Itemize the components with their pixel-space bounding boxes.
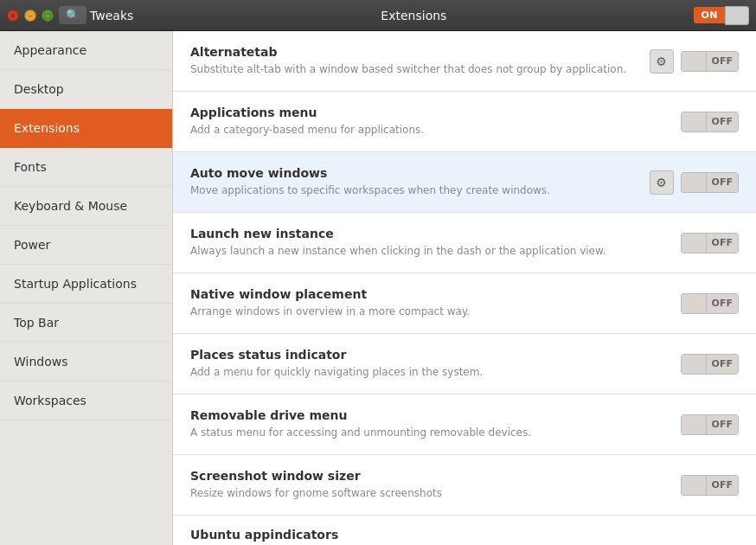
gear-button-alternatetab[interactable]: ⚙ xyxy=(650,49,674,74)
ext-name-ubuntu-appindicators: Ubuntu appindicators xyxy=(190,528,739,542)
toggle-alternatetab[interactable]: OFF xyxy=(681,51,739,72)
ext-controls-alternatetab: ⚙ OFF xyxy=(650,49,739,74)
toggle-off-label-applications-menu: OFF xyxy=(706,112,738,132)
ext-controls-places-status-indicator: OFF xyxy=(681,354,739,375)
search-icon: 🔍 xyxy=(66,9,80,22)
extension-auto-move-windows: Auto move windows Move applications to s… xyxy=(173,152,756,213)
window-title: Extensions xyxy=(133,9,694,22)
ext-name-screenshot-window-sizer: Screenshot window sizer xyxy=(190,469,681,483)
ext-desc-native-window-placement: Arrange windows in overview in a more co… xyxy=(190,305,681,319)
ext-name-applications-menu: Applications menu xyxy=(190,106,681,119)
extension-launch-new-instance: Launch new instance Always launch a new … xyxy=(173,213,756,273)
toggle-track-native-window-placement xyxy=(682,293,706,314)
minimize-button[interactable]: – xyxy=(24,10,36,22)
toggle-off-label-native-window-placement: OFF xyxy=(706,293,738,314)
ext-controls-removable-drive-menu: OFF xyxy=(681,414,739,435)
app-name: Tweaks xyxy=(90,9,133,22)
search-box[interactable]: 🔍 xyxy=(59,6,86,24)
toggle-off-label-places-status-indicator: OFF xyxy=(706,354,738,375)
toggle-screenshot-window-sizer[interactable]: OFF xyxy=(681,475,739,496)
ext-info-places-status-indicator: Places status indicator Add a menu for q… xyxy=(190,348,681,380)
ext-name-auto-move-windows: Auto move windows xyxy=(190,166,650,180)
toggle-launch-new-instance[interactable]: OFF xyxy=(681,233,739,253)
ext-info-alternatetab: Alternatetab Substitute alt-tab with a w… xyxy=(190,45,650,77)
toggle-handle[interactable] xyxy=(725,6,749,25)
sidebar-item-windows[interactable]: Windows xyxy=(0,343,172,382)
toggle-off-label-screenshot-window-sizer: OFF xyxy=(706,475,738,496)
extension-screenshot-window-sizer: Screenshot window sizer Resize windows f… xyxy=(173,455,756,516)
maximize-button[interactable]: □ xyxy=(42,10,54,22)
sidebar-item-extensions[interactable]: Extensions xyxy=(0,109,172,148)
ext-info-native-window-placement: Native window placement Arrange windows … xyxy=(190,287,681,319)
extension-ubuntu-appindicators: Ubuntu appindicators xyxy=(173,516,756,545)
ext-controls-launch-new-instance: OFF xyxy=(681,233,739,253)
ext-desc-applications-menu: Add a category-based menu for applicatio… xyxy=(190,123,681,138)
toggle-track-removable-drive-menu xyxy=(682,414,706,435)
sidebar-item-keyboard-mouse[interactable]: Keyboard & Mouse xyxy=(0,187,172,226)
toggle-removable-drive-menu[interactable]: OFF xyxy=(681,414,739,435)
sidebar-item-startup-applications[interactable]: Startup Applications xyxy=(0,265,172,304)
sidebar-item-power[interactable]: Power xyxy=(0,226,172,265)
ext-controls-native-window-placement: OFF xyxy=(681,293,739,314)
ext-desc-places-status-indicator: Add a menu for quickly navigating places… xyxy=(190,365,681,380)
extension-native-window-placement: Native window placement Arrange windows … xyxy=(173,273,756,334)
ext-desc-auto-move-windows: Move applications to specific workspaces… xyxy=(190,183,650,198)
main-layout: Appearance Desktop Extensions Fonts Keyb… xyxy=(0,31,756,545)
ext-controls-screenshot-window-sizer: OFF xyxy=(681,475,739,496)
toggle-off-label-alternatetab: OFF xyxy=(706,51,738,72)
toggle-track-screenshot-window-sizer xyxy=(682,475,706,496)
sidebar: Appearance Desktop Extensions Fonts Keyb… xyxy=(0,31,173,545)
sidebar-item-desktop[interactable]: Desktop xyxy=(0,70,172,109)
extensions-list: Alternatetab Substitute alt-tab with a w… xyxy=(173,31,756,545)
gear-button-auto-move-windows[interactable]: ⚙ xyxy=(650,170,674,195)
ext-name-removable-drive-menu: Removable drive menu xyxy=(190,408,681,422)
toggle-track-applications-menu xyxy=(682,112,706,132)
toggle-off-label-launch-new-instance: OFF xyxy=(706,233,738,253)
ext-info-ubuntu-appindicators: Ubuntu appindicators xyxy=(190,528,739,545)
ext-info-removable-drive-menu: Removable drive menu A status menu for a… xyxy=(190,408,681,440)
window-controls: × – □ xyxy=(7,10,54,22)
ext-info-launch-new-instance: Launch new instance Always launch a new … xyxy=(190,227,681,259)
ext-name-alternatetab: Alternatetab xyxy=(190,45,650,59)
titlebar: × – □ 🔍 Tweaks Extensions ON xyxy=(0,0,756,31)
ext-info-auto-move-windows: Auto move windows Move applications to s… xyxy=(190,166,650,198)
close-button[interactable]: × xyxy=(7,10,19,22)
toggle-off-label-removable-drive-menu: OFF xyxy=(706,414,738,435)
ext-name-native-window-placement: Native window placement xyxy=(190,287,681,301)
sidebar-item-appearance[interactable]: Appearance xyxy=(0,31,172,70)
extension-removable-drive-menu: Removable drive menu A status menu for a… xyxy=(173,394,756,455)
ext-name-launch-new-instance: Launch new instance xyxy=(190,227,681,240)
ext-name-places-status-indicator: Places status indicator xyxy=(190,348,681,362)
toggle-applications-menu[interactable]: OFF xyxy=(681,112,739,132)
toggle-places-status-indicator[interactable]: OFF xyxy=(681,354,739,375)
toggle-auto-move-windows[interactable]: OFF xyxy=(681,172,739,193)
ext-desc-alternatetab: Substitute alt-tab with a window based s… xyxy=(190,62,650,77)
extension-places-status-indicator: Places status indicator Add a menu for q… xyxy=(173,334,756,394)
ext-info-applications-menu: Applications menu Add a category-based m… xyxy=(190,106,681,138)
toggle-track-launch-new-instance xyxy=(682,233,706,253)
ext-controls-auto-move-windows: ⚙ OFF xyxy=(650,170,739,195)
ext-desc-screenshot-window-sizer: Resize windows for gnome software screen… xyxy=(190,486,681,501)
sidebar-item-top-bar[interactable]: Top Bar xyxy=(0,304,172,343)
global-toggle[interactable]: ON xyxy=(694,6,749,25)
toggle-native-window-placement[interactable]: OFF xyxy=(681,293,739,314)
toggle-track-auto-move-windows xyxy=(682,172,706,193)
toggle-track-alternatetab xyxy=(682,51,706,72)
toggle-track-places-status-indicator xyxy=(682,354,706,375)
sidebar-item-fonts[interactable]: Fonts xyxy=(0,148,172,187)
ext-info-screenshot-window-sizer: Screenshot window sizer Resize windows f… xyxy=(190,469,681,501)
ext-desc-launch-new-instance: Always launch a new instance when clicki… xyxy=(190,244,681,259)
ext-controls-applications-menu: OFF xyxy=(681,112,739,132)
toggle-off-label-auto-move-windows: OFF xyxy=(706,172,738,193)
extension-alternatetab: Alternatetab Substitute alt-tab with a w… xyxy=(173,31,756,92)
ext-desc-removable-drive-menu: A status menu for accessing and unmounti… xyxy=(190,426,681,440)
extension-applications-menu: Applications menu Add a category-based m… xyxy=(173,92,756,152)
toggle-on-label: ON xyxy=(694,7,725,23)
sidebar-item-workspaces[interactable]: Workspaces xyxy=(0,382,172,420)
